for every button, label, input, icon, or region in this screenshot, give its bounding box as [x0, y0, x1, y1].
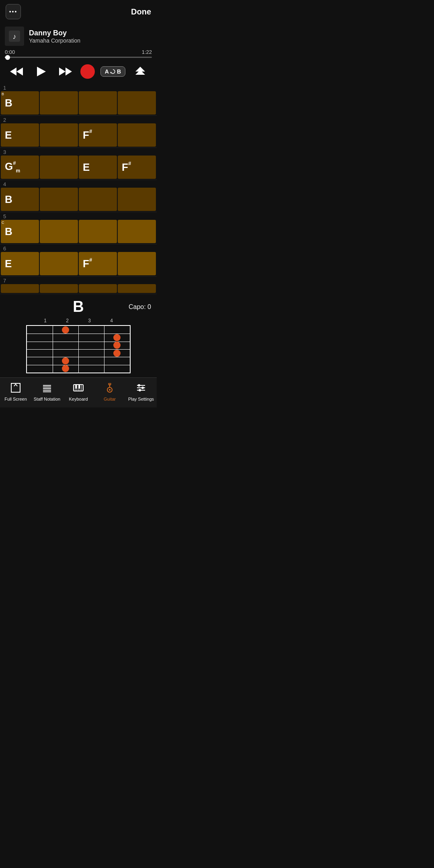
- svg-point-27: [109, 389, 111, 391]
- chord-cell[interactable]: [40, 188, 78, 211]
- svg-marker-6: [66, 68, 72, 76]
- chord-cell[interactable]: [40, 284, 78, 293]
- chord-cell[interactable]: E: [79, 156, 117, 179]
- finger-dot: [62, 357, 69, 364]
- nav-label-fullscreen: Full Screen: [4, 397, 27, 402]
- priority-button[interactable]: [131, 63, 150, 80]
- menu-button[interactable]: •••: [6, 4, 21, 19]
- chord-grid: 1BB2EF#3G#mEF#4B5CB6EF#7: [0, 84, 157, 294]
- loop-icon: [110, 69, 116, 74]
- chord-row-3: 3G#mEF#: [0, 148, 157, 180]
- menu-dots-icon: •••: [9, 8, 18, 15]
- row-number: 6: [0, 244, 157, 252]
- fret-numbers: 1234: [26, 318, 131, 323]
- chord-row-1: 1BB: [0, 84, 157, 116]
- guitar-icon: [104, 383, 115, 393]
- chord-cell[interactable]: G#m: [1, 156, 39, 179]
- string-line: [27, 334, 130, 334]
- play-icon: [35, 66, 47, 77]
- nav-item-staff[interactable]: Staff Notation: [31, 381, 63, 403]
- chord-cell[interactable]: [79, 220, 117, 243]
- nav-item-playsettings[interactable]: Play Settings: [125, 381, 157, 403]
- nav-label-staff: Staff Notation: [34, 397, 60, 402]
- chord-cell[interactable]: [40, 252, 78, 275]
- guitar-grid: [26, 325, 131, 373]
- chord-cell[interactable]: B: [1, 188, 39, 211]
- row-number: 3: [0, 148, 157, 156]
- svg-marker-7: [110, 72, 112, 73]
- fastforward-icon: [58, 66, 73, 77]
- nav-item-guitar[interactable]: Guitar: [94, 381, 125, 403]
- header: ••• Done: [0, 0, 157, 23]
- priority-icon: [134, 66, 147, 77]
- chord-row-4: 4B: [0, 180, 157, 212]
- chord-cell[interactable]: [79, 284, 117, 293]
- chord-cell[interactable]: E: [1, 252, 39, 275]
- chord-cell[interactable]: [118, 123, 156, 147]
- keyboard-icon: [73, 383, 84, 393]
- playsettings-icon: [136, 383, 146, 393]
- ab-loop-button[interactable]: A B: [100, 66, 125, 77]
- ab-loop-label: A: [105, 68, 109, 75]
- svg-text:♪: ♪: [13, 33, 16, 41]
- progress-thumb[interactable]: [5, 55, 10, 60]
- nav-item-fullscreen[interactable]: Full Screen: [0, 381, 31, 403]
- chord-label: F#: [83, 258, 92, 270]
- nav-label-playsettings: Play Settings: [128, 397, 154, 402]
- fullscreen-nav-icon: [10, 383, 21, 395]
- guitar-nav-icon: [104, 383, 115, 395]
- chord-cell[interactable]: BB: [1, 91, 39, 115]
- row-number: 7: [0, 276, 157, 284]
- play-button[interactable]: [31, 63, 51, 80]
- chord-label: F#: [122, 161, 131, 174]
- chord-row-6: 6EF#: [0, 244, 157, 276]
- rewind-button[interactable]: [7, 63, 26, 80]
- chord-cell[interactable]: [40, 91, 78, 115]
- chord-cell[interactable]: [79, 188, 117, 211]
- chord-cell[interactable]: [118, 252, 156, 275]
- chord-label: F#: [83, 129, 92, 141]
- chord-label: E: [5, 129, 12, 141]
- chord-top-row: B Capo: 0: [6, 298, 151, 315]
- record-button[interactable]: [80, 64, 95, 79]
- fastforward-button[interactable]: [56, 63, 75, 80]
- row-cells: BB: [0, 91, 157, 115]
- finger-dot: [62, 326, 69, 334]
- chord-row-2: 2EF#: [0, 116, 157, 148]
- nav-label-keyboard: Keyboard: [69, 397, 88, 402]
- chord-cell[interactable]: E: [1, 123, 39, 147]
- chord-cell[interactable]: [40, 123, 78, 147]
- row-cells: EF#: [0, 123, 157, 147]
- done-button[interactable]: Done: [131, 7, 151, 16]
- chord-cell[interactable]: [79, 91, 117, 115]
- current-time: 0:00: [5, 49, 15, 55]
- nav-item-keyboard[interactable]: Keyboard: [63, 381, 94, 403]
- chord-label: G#m: [5, 160, 20, 174]
- svg-marker-5: [59, 68, 66, 76]
- song-title: Danny Boy: [29, 29, 152, 37]
- music-note-icon: ♪: [9, 31, 20, 42]
- chord-cell[interactable]: CB: [1, 220, 39, 243]
- chord-diagram-area: B Capo: 0 1234: [0, 294, 157, 377]
- progress-bar[interactable]: [5, 57, 152, 58]
- capo-label: Capo: 0: [129, 303, 151, 311]
- row-cells: B: [0, 188, 157, 212]
- chord-cell[interactable]: F#: [118, 156, 156, 179]
- row-cells: CB: [0, 220, 157, 244]
- chord-cell[interactable]: [40, 220, 78, 243]
- finger-dot: [113, 334, 121, 341]
- staff-notation-icon: [42, 383, 52, 393]
- finger-dot: [113, 342, 121, 349]
- chord-cell[interactable]: [1, 284, 39, 293]
- chord-cell[interactable]: [118, 91, 156, 115]
- playback-controls: A B: [0, 60, 157, 84]
- chord-label: E: [83, 161, 90, 174]
- chord-cell[interactable]: F#: [79, 123, 117, 147]
- chord-cell[interactable]: [118, 220, 156, 243]
- chord-cell[interactable]: [118, 188, 156, 211]
- chord-cell[interactable]: [40, 156, 78, 179]
- chord-label: E: [5, 258, 12, 270]
- chord-cell[interactable]: [118, 284, 156, 293]
- chord-cell[interactable]: F#: [79, 252, 117, 275]
- row-number: 4: [0, 180, 157, 188]
